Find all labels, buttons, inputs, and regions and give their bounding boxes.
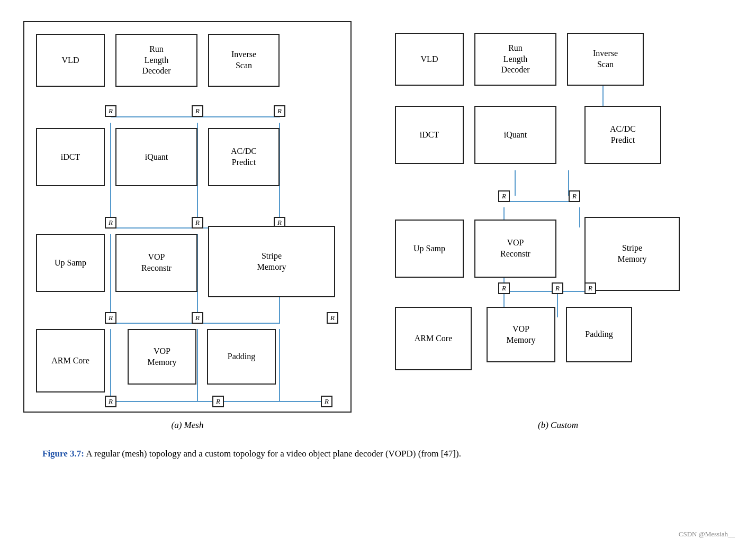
mesh-rld: RunLengthDecoder — [115, 34, 197, 87]
mesh-armcore: ARM Core — [36, 329, 105, 392]
mesh-vld: VLD — [36, 34, 105, 87]
mesh-stripemem: StripeMemory — [208, 226, 335, 297]
mesh-acdc: AC/DCPredict — [208, 128, 280, 186]
figure-text: A regular (mesh) topology and a custom t… — [84, 449, 461, 459]
custom-acdc: AC/DCPredict — [584, 106, 661, 164]
custom-rld: RunLengthDecoder — [474, 33, 556, 86]
mesh-diagram-container: VLD RunLengthDecoder InverseScan R R R i… — [23, 21, 352, 431]
mesh-r2: R — [192, 105, 203, 117]
mesh-iquant: iQuant — [115, 128, 197, 186]
figure-caption: Figure 3.7: A regular (mesh) topology an… — [42, 446, 461, 461]
mesh-r3: R — [274, 105, 285, 117]
mesh-r8: R — [192, 312, 203, 324]
custom-r5: R — [584, 282, 596, 294]
custom-r2: R — [569, 190, 580, 202]
custom-r1: R — [498, 190, 510, 202]
mesh-r1: R — [105, 105, 116, 117]
mesh-vopreconstr: VOPReconstr — [115, 234, 197, 292]
custom-padding: Padding — [566, 307, 632, 362]
custom-r3: R — [498, 282, 510, 294]
mesh-r5: R — [192, 217, 203, 229]
mesh-r11: R — [212, 396, 224, 407]
custom-armcore: ARM Core — [395, 307, 472, 370]
custom-diagram: VLD RunLengthDecoder InverseScan iDCT iQ… — [383, 21, 733, 413]
custom-vld: VLD — [395, 33, 464, 86]
custom-r4: R — [552, 282, 563, 294]
csdn-credit: CSDN @Messiah__ — [679, 530, 735, 538]
custom-vopreconstr: VOPReconstr — [474, 220, 556, 278]
diagrams-row: VLD RunLengthDecoder InverseScan R R R i… — [23, 21, 733, 431]
mesh-r4: R — [105, 217, 116, 229]
mesh-iscan: InverseScan — [208, 34, 280, 87]
custom-idct: iDCT — [395, 106, 464, 164]
mesh-r10: R — [105, 396, 116, 407]
custom-upsamp: Up Samp — [395, 220, 464, 278]
mesh-r12: R — [321, 396, 332, 407]
mesh-r7: R — [105, 312, 116, 324]
custom-vopmem: VOPMemory — [487, 307, 555, 362]
custom-caption: (b) Custom — [538, 420, 578, 431]
custom-iscan: InverseScan — [567, 33, 644, 86]
mesh-idct: iDCT — [36, 128, 105, 186]
custom-stripemem: StripeMemory — [584, 217, 680, 291]
mesh-caption: (a) Mesh — [172, 420, 204, 431]
custom-iquant: iQuant — [474, 106, 556, 164]
mesh-r9: R — [327, 312, 338, 324]
figure-label: Figure 3.7: — [42, 449, 84, 459]
mesh-vopmem: VOPMemory — [128, 329, 196, 385]
custom-diagram-container: VLD RunLengthDecoder InverseScan iDCT iQ… — [383, 21, 733, 431]
mesh-diagram: VLD RunLengthDecoder InverseScan R R R i… — [23, 21, 352, 413]
mesh-upsamp: Up Samp — [36, 234, 105, 292]
mesh-padding: Padding — [207, 329, 276, 385]
